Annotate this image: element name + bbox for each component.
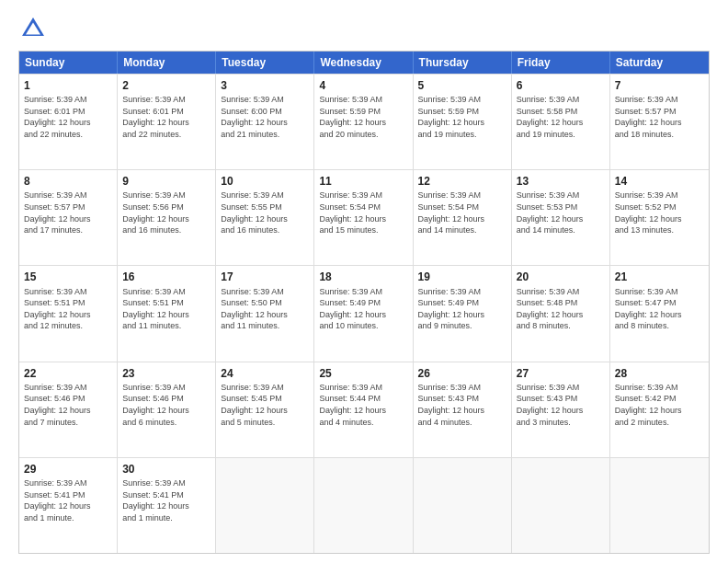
day-info: Sunrise: 5:39 AMSunset: 5:41 PMDaylight:… — [122, 477, 210, 523]
header — [18, 14, 710, 43]
header-day-tuesday: Tuesday — [216, 52, 314, 74]
day-info: Sunrise: 5:39 AMSunset: 5:50 PMDaylight:… — [221, 286, 309, 332]
table-row — [314, 458, 413, 553]
day-number: 9 — [122, 174, 210, 189]
day-info: Sunrise: 5:39 AMSunset: 6:01 PMDaylight:… — [24, 94, 112, 140]
table-row: 20Sunrise: 5:39 AMSunset: 5:48 PMDayligh… — [512, 266, 610, 361]
day-number: 14 — [615, 174, 704, 189]
day-info: Sunrise: 5:39 AMSunset: 5:57 PMDaylight:… — [24, 190, 112, 236]
day-number: 12 — [418, 174, 506, 189]
day-info: Sunrise: 5:39 AMSunset: 5:45 PMDaylight:… — [221, 382, 309, 428]
table-row: 28Sunrise: 5:39 AMSunset: 5:42 PMDayligh… — [610, 362, 709, 457]
table-row: 27Sunrise: 5:39 AMSunset: 5:43 PMDayligh… — [512, 362, 610, 457]
day-number: 24 — [221, 366, 309, 381]
calendar-body: 1Sunrise: 5:39 AMSunset: 6:01 PMDaylight… — [19, 74, 709, 553]
table-row — [216, 458, 314, 553]
day-number: 18 — [319, 270, 407, 284]
day-number: 5 — [418, 78, 506, 93]
table-row — [512, 458, 610, 553]
logo — [18, 14, 51, 43]
day-number: 16 — [122, 270, 210, 284]
day-info: Sunrise: 5:39 AMSunset: 5:48 PMDaylight:… — [517, 286, 605, 332]
day-info: Sunrise: 5:39 AMSunset: 5:41 PMDaylight:… — [24, 477, 112, 523]
header-day-wednesday: Wednesday — [314, 52, 413, 74]
day-info: Sunrise: 5:39 AMSunset: 5:53 PMDaylight:… — [517, 190, 605, 236]
day-number: 21 — [615, 270, 704, 284]
table-row: 6Sunrise: 5:39 AMSunset: 5:58 PMDaylight… — [512, 75, 610, 169]
day-number: 25 — [319, 366, 407, 381]
table-row: 18Sunrise: 5:39 AMSunset: 5:49 PMDayligh… — [314, 266, 413, 361]
table-row: 22Sunrise: 5:39 AMSunset: 5:46 PMDayligh… — [19, 362, 118, 457]
day-number: 15 — [24, 270, 112, 284]
day-number: 10 — [221, 174, 309, 189]
day-info: Sunrise: 5:39 AMSunset: 5:59 PMDaylight:… — [319, 94, 407, 140]
day-info: Sunrise: 5:39 AMSunset: 5:51 PMDaylight:… — [24, 286, 112, 332]
table-row: 14Sunrise: 5:39 AMSunset: 5:52 PMDayligh… — [610, 170, 709, 265]
day-number: 26 — [418, 366, 506, 381]
day-number: 2 — [122, 78, 210, 93]
calendar-row: 15Sunrise: 5:39 AMSunset: 5:51 PMDayligh… — [19, 265, 709, 361]
day-number: 20 — [517, 270, 605, 284]
day-info: Sunrise: 5:39 AMSunset: 5:44 PMDaylight:… — [319, 382, 407, 428]
day-info: Sunrise: 5:39 AMSunset: 5:56 PMDaylight:… — [122, 190, 210, 236]
table-row: 16Sunrise: 5:39 AMSunset: 5:51 PMDayligh… — [118, 266, 216, 361]
calendar: SundayMondayTuesdayWednesdayThursdayFrid… — [18, 51, 710, 554]
day-number: 17 — [221, 270, 309, 284]
table-row — [414, 458, 512, 553]
day-number: 23 — [122, 366, 210, 381]
table-row: 17Sunrise: 5:39 AMSunset: 5:50 PMDayligh… — [216, 266, 314, 361]
table-row: 24Sunrise: 5:39 AMSunset: 5:45 PMDayligh… — [216, 362, 314, 457]
table-row: 21Sunrise: 5:39 AMSunset: 5:47 PMDayligh… — [610, 266, 709, 361]
header-day-saturday: Saturday — [610, 52, 709, 74]
header-day-monday: Monday — [118, 52, 216, 74]
day-number: 29 — [24, 462, 112, 477]
day-number: 4 — [319, 78, 407, 93]
calendar-row: 8Sunrise: 5:39 AMSunset: 5:57 PMDaylight… — [19, 169, 709, 265]
day-number: 13 — [517, 174, 605, 189]
day-info: Sunrise: 5:39 AMSunset: 5:59 PMDaylight:… — [418, 94, 506, 140]
table-row: 15Sunrise: 5:39 AMSunset: 5:51 PMDayligh… — [19, 266, 118, 361]
day-info: Sunrise: 5:39 AMSunset: 5:51 PMDaylight:… — [122, 286, 210, 332]
day-info: Sunrise: 5:39 AMSunset: 6:01 PMDaylight:… — [122, 94, 210, 140]
calendar-row: 1Sunrise: 5:39 AMSunset: 6:01 PMDaylight… — [19, 74, 709, 169]
day-number: 30 — [122, 462, 210, 477]
day-number: 8 — [24, 174, 112, 189]
day-info: Sunrise: 5:39 AMSunset: 5:47 PMDaylight:… — [615, 286, 704, 332]
table-row: 4Sunrise: 5:39 AMSunset: 5:59 PMDaylight… — [314, 75, 413, 169]
table-row: 23Sunrise: 5:39 AMSunset: 5:46 PMDayligh… — [118, 362, 216, 457]
calendar-row: 22Sunrise: 5:39 AMSunset: 5:46 PMDayligh… — [19, 362, 709, 457]
day-number: 19 — [418, 270, 506, 284]
table-row: 7Sunrise: 5:39 AMSunset: 5:57 PMDaylight… — [610, 75, 709, 169]
header-day-sunday: Sunday — [19, 52, 118, 74]
day-number: 11 — [319, 174, 407, 189]
day-info: Sunrise: 5:39 AMSunset: 5:54 PMDaylight:… — [418, 190, 506, 236]
table-row: 10Sunrise: 5:39 AMSunset: 5:55 PMDayligh… — [216, 170, 314, 265]
table-row: 3Sunrise: 5:39 AMSunset: 6:00 PMDaylight… — [216, 75, 314, 169]
table-row: 2Sunrise: 5:39 AMSunset: 6:01 PMDaylight… — [118, 75, 216, 169]
day-info: Sunrise: 5:39 AMSunset: 5:49 PMDaylight:… — [418, 286, 506, 332]
page: SundayMondayTuesdayWednesdayThursdayFrid… — [0, 0, 728, 563]
day-info: Sunrise: 5:39 AMSunset: 5:43 PMDaylight:… — [517, 382, 605, 428]
table-row: 8Sunrise: 5:39 AMSunset: 5:57 PMDaylight… — [19, 170, 118, 265]
day-number: 7 — [615, 78, 704, 93]
day-info: Sunrise: 5:39 AMSunset: 5:42 PMDaylight:… — [615, 382, 704, 428]
table-row: 19Sunrise: 5:39 AMSunset: 5:49 PMDayligh… — [414, 266, 512, 361]
day-info: Sunrise: 5:39 AMSunset: 5:55 PMDaylight:… — [221, 190, 309, 236]
table-row — [610, 458, 709, 553]
table-row: 26Sunrise: 5:39 AMSunset: 5:43 PMDayligh… — [414, 362, 512, 457]
table-row: 29Sunrise: 5:39 AMSunset: 5:41 PMDayligh… — [19, 458, 118, 553]
day-info: Sunrise: 5:39 AMSunset: 5:49 PMDaylight:… — [319, 286, 407, 332]
day-number: 28 — [615, 366, 704, 381]
day-info: Sunrise: 5:39 AMSunset: 5:46 PMDaylight:… — [122, 382, 210, 428]
logo-icon — [18, 14, 48, 43]
table-row: 5Sunrise: 5:39 AMSunset: 5:59 PMDaylight… — [414, 75, 512, 169]
table-row: 30Sunrise: 5:39 AMSunset: 5:41 PMDayligh… — [118, 458, 216, 553]
table-row: 25Sunrise: 5:39 AMSunset: 5:44 PMDayligh… — [314, 362, 413, 457]
table-row: 1Sunrise: 5:39 AMSunset: 6:01 PMDaylight… — [19, 75, 118, 169]
table-row: 12Sunrise: 5:39 AMSunset: 5:54 PMDayligh… — [414, 170, 512, 265]
calendar-row: 29Sunrise: 5:39 AMSunset: 5:41 PMDayligh… — [19, 457, 709, 553]
table-row: 11Sunrise: 5:39 AMSunset: 5:54 PMDayligh… — [314, 170, 413, 265]
table-row: 13Sunrise: 5:39 AMSunset: 5:53 PMDayligh… — [512, 170, 610, 265]
day-info: Sunrise: 5:39 AMSunset: 5:52 PMDaylight:… — [615, 190, 704, 236]
day-number: 3 — [221, 78, 309, 93]
